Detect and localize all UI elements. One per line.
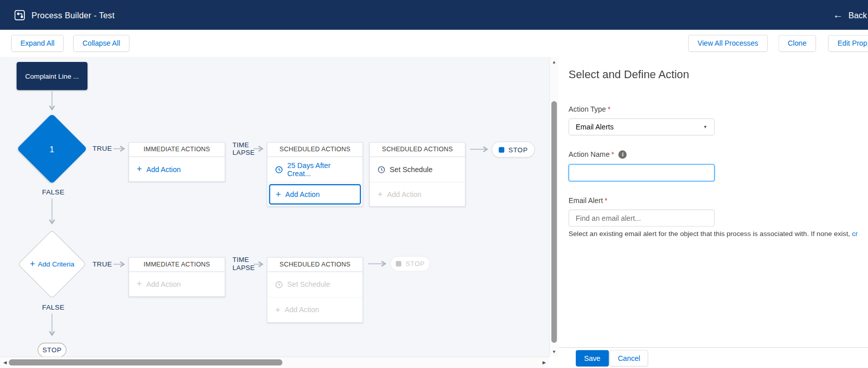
true-label-1: TRUE xyxy=(92,145,112,152)
time-label: TIME xyxy=(233,256,255,263)
clock-icon xyxy=(275,165,283,173)
required-asterisk: * xyxy=(605,196,608,205)
set-schedule-disabled: Set Schedule xyxy=(267,272,362,297)
flow-canvas: Complaint Line ... 1 TRUE FALSE IMMEDIAT… xyxy=(0,57,549,356)
back-button[interactable]: ← Back xyxy=(833,10,867,20)
set-schedule-label: Set Schedule xyxy=(390,165,432,174)
scheduled-actions-box-1: SCHEDULED ACTIONS 25 Days After Creat...… xyxy=(267,142,363,207)
scheduled-actions-2-title: SCHEDULED ACTIONS xyxy=(370,143,465,157)
vertical-scrollbar-thumb[interactable] xyxy=(551,101,557,343)
chevron-down-icon: ▼ xyxy=(703,124,707,129)
immediate-actions-2-title: IMMEDIATE ACTIONS xyxy=(129,258,225,272)
false-label-2: FALSE xyxy=(42,304,65,311)
email-alert-label: Email Alert * xyxy=(569,196,607,205)
vertical-scrollbar[interactable]: ▲ ▼ xyxy=(549,57,559,356)
scheduled-actions-box-2: SCHEDULED ACTIONS Set Schedule + Add Act… xyxy=(369,142,466,207)
horizontal-scrollbar[interactable]: ◀ ▶ xyxy=(0,357,549,368)
add-action-button-immediate-2-disabled: + Add Action xyxy=(129,272,225,296)
stop-label: STOP xyxy=(509,146,528,153)
start-node-complaint-line[interactable]: Complaint Line ... xyxy=(17,62,87,90)
add-icon: + xyxy=(137,165,142,174)
add-action-label: Add Action xyxy=(285,190,320,198)
add-action-button-scheduled-1-selected[interactable]: + Add Action xyxy=(269,184,361,205)
time-lapse-label-2: TIME LAPSE xyxy=(233,256,255,272)
required-asterisk: * xyxy=(608,105,611,113)
cancel-button[interactable]: Cancel xyxy=(609,350,648,367)
add-action-label: Add Action xyxy=(387,190,422,198)
back-arrow-icon: ← xyxy=(833,10,843,20)
stop-square-icon xyxy=(395,261,401,266)
email-alert-search-input[interactable] xyxy=(569,210,715,227)
add-action-label: Add Action xyxy=(146,280,181,288)
email-alert-helper-text: Select an existing email alert for the o… xyxy=(569,230,858,238)
action-type-select[interactable]: Email Alerts ▼ xyxy=(569,118,715,136)
immediate-actions-1-title: IMMEDIATE ACTIONS xyxy=(129,143,225,157)
expand-all-button[interactable]: Expand All xyxy=(11,35,64,52)
action-panel: Select and Define Action Action Type * E… xyxy=(559,57,868,368)
add-icon: + xyxy=(137,280,142,288)
app-header: Process Builder - Test ← Back xyxy=(0,0,868,30)
edit-properties-button[interactable]: Edit Prop xyxy=(828,35,868,52)
add-action-label: Add Action xyxy=(285,306,319,314)
action-type-value: Email Alerts xyxy=(576,123,614,131)
panel-footer: Save Cancel xyxy=(559,347,868,368)
lapse-label: LAPSE xyxy=(233,149,255,156)
scheduled-actions-box-3: SCHEDULED ACTIONS Set Schedule + Add Act… xyxy=(267,257,363,323)
lapse-label: LAPSE xyxy=(233,264,255,272)
immediate-actions-box-1: IMMEDIATE ACTIONS + Add Action xyxy=(129,142,226,182)
view-all-processes-button[interactable]: View All Processes xyxy=(688,35,767,52)
main-area: Complaint Line ... 1 TRUE FALSE IMMEDIAT… xyxy=(0,57,868,368)
add-icon: + xyxy=(275,306,280,314)
clock-icon xyxy=(378,165,385,173)
action-name-label: Action Name * i xyxy=(569,150,627,158)
add-action-button-scheduled-3-disabled: + Add Action xyxy=(267,297,362,322)
schedule-link-25-days[interactable]: 25 Days After Creat... xyxy=(267,157,362,182)
stop-node-end: STOP xyxy=(38,343,67,356)
info-icon[interactable]: i xyxy=(618,150,627,158)
time-label: TIME xyxy=(233,141,255,149)
add-icon: + xyxy=(275,190,281,198)
required-asterisk: * xyxy=(611,150,614,158)
add-icon: + xyxy=(378,190,383,198)
save-button[interactable]: Save xyxy=(576,350,609,367)
create-one-link[interactable]: cr xyxy=(852,230,857,238)
add-action-button-immediate-1[interactable]: + Add Action xyxy=(129,157,225,181)
process-builder-app: Process Builder - Test ← Back Expand All… xyxy=(0,0,868,368)
add-icon: + xyxy=(30,260,35,269)
add-action-label: Add Action xyxy=(146,165,181,173)
schedule-label: 25 Days After Creat... xyxy=(287,161,355,178)
stop-node-1: STOP xyxy=(491,142,535,158)
true-label-2: TRUE xyxy=(92,260,112,268)
scroll-left-button[interactable]: ◀ xyxy=(1,357,9,368)
immediate-actions-box-2: IMMEDIATE ACTIONS + Add Action xyxy=(129,257,226,297)
stop-label: STOP xyxy=(42,346,61,354)
clone-button[interactable]: Clone xyxy=(779,35,816,52)
scroll-down-button[interactable]: ▼ xyxy=(550,348,559,355)
process-builder-icon xyxy=(14,10,25,20)
stop-square-icon xyxy=(499,147,504,152)
app-title: Process Builder - Test xyxy=(32,10,114,20)
stop-label: STOP xyxy=(406,260,425,267)
stop-node-2-disabled: STOP xyxy=(390,256,430,272)
set-schedule-button[interactable]: Set Schedule xyxy=(370,157,465,182)
scroll-right-button[interactable]: ▶ xyxy=(540,357,548,368)
add-action-button-scheduled-2-disabled: + Add Action xyxy=(370,182,465,206)
clock-icon xyxy=(275,281,283,288)
panel-title: Select and Define Action xyxy=(569,68,689,81)
action-name-input[interactable] xyxy=(569,164,715,182)
collapse-all-button[interactable]: Collapse All xyxy=(73,35,130,52)
false-label-1: FALSE xyxy=(42,188,65,196)
scroll-up-button[interactable]: ▲ xyxy=(550,58,559,65)
toolbar: Expand All Collapse All View All Process… xyxy=(0,30,868,57)
criteria-1-number: 1 xyxy=(50,144,54,154)
set-schedule-label: Set Schedule xyxy=(287,280,330,288)
add-criteria-label: Add Criteria xyxy=(38,260,74,268)
scheduled-actions-1-title: SCHEDULED ACTIONS xyxy=(267,143,362,157)
time-lapse-label-1: TIME LAPSE xyxy=(233,141,255,157)
action-type-label: Action Type * xyxy=(569,105,611,113)
scheduled-actions-3-title: SCHEDULED ACTIONS xyxy=(267,258,362,272)
back-label: Back xyxy=(848,10,866,20)
horizontal-scrollbar-thumb[interactable] xyxy=(9,359,282,365)
